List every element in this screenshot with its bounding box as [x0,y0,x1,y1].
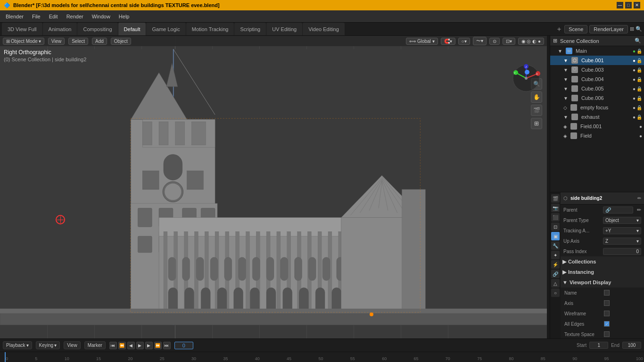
tab-gamelogic[interactable]: Game Logic [146,23,185,35]
tab-3dviewfull[interactable]: 3D View Full [2,23,42,35]
data-icon-btn[interactable]: △ [551,279,560,288]
outliner-item-cube006[interactable]: ▼ Cube.006 ●🔒 [550,93,644,103]
menu-render[interactable]: Render [63,13,87,20]
overlay-btn[interactable]: ⊡▾ [503,38,515,45]
timeline-header: Playback ▾ Keying ▾ View Marker ⏮ ⏪ ◀ ▶ … [0,338,644,352]
collection-arrow-icon: ▼ [558,49,562,54]
svg-rect-62 [295,257,302,281]
tab-animation[interactable]: Animation [43,23,77,35]
tab-motiontracking[interactable]: Motion Tracking [186,23,234,35]
select-menu[interactable]: Select [68,38,88,45]
tab-compositing[interactable]: Compositing [77,23,117,35]
object-icon-btn[interactable]: ▣ [551,232,560,240]
transform-btn[interactable]: ⟺ Global ▾ [406,38,438,45]
minimize-button[interactable]: — [617,2,623,8]
outliner-item-cube003[interactable]: ▼ ⬡ Cube.003 ●🔒 [550,65,644,74]
viewport-gizmo[interactable]: X Y Z [512,64,540,92]
scene-selector[interactable]: Scene [564,25,587,33]
end-frame-input[interactable] [622,342,641,349]
snap-btn[interactable]: 🧲▾ [441,38,455,45]
menu-file[interactable]: File [28,13,44,20]
up-axis-dropdown[interactable]: Z ▾ [603,238,641,245]
prev-keyframe-btn[interactable]: ⏪ [118,342,126,349]
timeline-scrubber[interactable]: 0 5 10 15 20 25 30 35 40 45 50 55 60 65 … [0,352,644,362]
playback-menu[interactable]: Playback ▾ [3,341,32,349]
outliner-item-main[interactable]: ▼ M Main ● 🔒 [550,46,644,56]
jump-start-btn[interactable]: ⏮ [109,342,117,349]
parent-value[interactable]: 🔗 [603,206,633,214]
collections-section-header[interactable]: ▶ Collections [561,256,644,267]
step-back-btn[interactable]: ◀ [127,342,135,349]
marker-menu[interactable]: Marker [84,341,106,349]
collections-label: Collections [568,259,596,264]
menu-blender[interactable]: Blender [2,13,27,20]
tab-uvediting[interactable]: UV Editing [266,23,302,35]
camera-icon[interactable]: 🎬 [531,105,542,116]
physics-icon-btn[interactable]: ⚡ [551,260,560,269]
step-forward-btn[interactable]: ▶ [145,342,153,349]
material-icon-btn[interactable]: ○ [551,288,560,297]
svg-rect-53 [168,257,176,281]
start-frame-input[interactable] [589,342,608,349]
modifier-icon-btn[interactable]: 🔧 [551,241,560,250]
scene-icon-btn[interactable]: 🎬 [551,194,560,203]
constraints-icon-btn[interactable]: 🔗 [551,270,560,278]
maximize-button[interactable]: □ [625,2,632,8]
add-menu[interactable]: Add [92,38,107,45]
pencil-icon[interactable]: ✏ [637,196,641,201]
falloff-btn[interactable]: 〜▾ [473,37,487,45]
tab-videoediting[interactable]: Video Editing [303,23,345,35]
xray-btn[interactable]: ⊙ [489,38,500,45]
tab-default[interactable]: Default [118,23,146,35]
shading-btn[interactable]: ◉ ◎ ◐ ● [518,38,544,45]
renderlayer-icon-btn[interactable]: 📷 [551,204,560,212]
viewport[interactable]: ⊞ Object Mode ▾ View Select Add Object ⟺… [0,36,547,338]
instancing-section-header[interactable]: ▶ Instancing [561,267,644,277]
play-btn[interactable]: ▶ [136,342,144,349]
output-icon-btn[interactable]: ⬛ [551,213,560,222]
parent-type-dropdown[interactable]: Object ▾ [603,217,641,224]
renderlayer-selector[interactable]: RenderLayer [589,25,628,33]
grid-icon[interactable]: ⊞ [531,118,542,129]
view-menu-tl[interactable]: View [64,341,81,349]
menu-bar: Blender File Edit Render Window Help [0,10,644,23]
outliner-item-cube001[interactable]: ▼ ⬡ Cube.001 ● 🔒 [550,56,644,65]
proportional-btn[interactable]: ○▾ [458,38,470,45]
outliner-item-cube001-icons: ● 🔒 [633,58,642,63]
keying-menu[interactable]: Keying ▾ [36,341,60,349]
tab-scripting[interactable]: Scripting [234,23,266,35]
jump-end-btn[interactable]: ⏭ [163,342,171,349]
hand-icon[interactable]: ✋ [531,91,542,103]
pass-index-value[interactable]: 0 [603,248,641,255]
outliner-item-field001[interactable]: ◈ Field.001 ● [550,122,644,131]
menu-window[interactable]: Window [88,13,114,20]
selected-object-name[interactable]: side building2 [570,196,602,201]
outliner-item-emptyfocus[interactable]: ◇ empty focus ●🔒 [550,103,644,112]
outliner-item-field[interactable]: ◈ Field ● [550,131,644,140]
axis-checkbox[interactable] [604,300,610,306]
outliner-item-cube005[interactable]: ▼ Cube.005 ●🔒 [550,84,644,93]
wireframe-checkbox[interactable] [604,311,610,316]
current-frame-input[interactable] [174,342,193,349]
texture-space-checkbox[interactable] [604,331,610,337]
outliner-item-exhaust[interactable]: ▼ exhaust ●🔒 [550,112,644,122]
object-menu[interactable]: Object [111,38,131,45]
view-layer-icon-btn[interactable]: ⊡ [551,222,560,231]
outliner[interactable]: ▼ M Main ● 🔒 ▼ ⬡ Cube.001 ● 🔒 [550,46,644,192]
all-edges-checkbox[interactable]: ✓ [604,321,610,327]
name-checkbox[interactable] [604,290,610,296]
menu-edit[interactable]: Edit [45,13,62,20]
outliner-item-cube004[interactable]: ▼ Cube.004 ●🔒 [550,74,644,84]
viewport-display-section-header[interactable]: ▼ Viewport Display [561,277,644,288]
close-button[interactable]: ✕ [634,2,640,8]
particles-icon-btn[interactable]: ✦ [551,251,560,259]
outliner-search[interactable]: 🔍 [635,38,641,44]
object-mode-btn[interactable]: ⊞ Object Mode ▾ [3,38,44,45]
menu-help[interactable]: Help [115,13,133,20]
frame-mark-65: 65 [413,356,418,361]
next-keyframe-btn[interactable]: ⏩ [154,342,162,349]
tracking-axis-dropdown[interactable]: +Y ▾ [603,227,641,234]
parent-pencil-icon[interactable]: ✏ [637,207,641,213]
add-workspace-icon[interactable]: ＋ [556,25,562,33]
view-menu[interactable]: View [48,38,65,45]
